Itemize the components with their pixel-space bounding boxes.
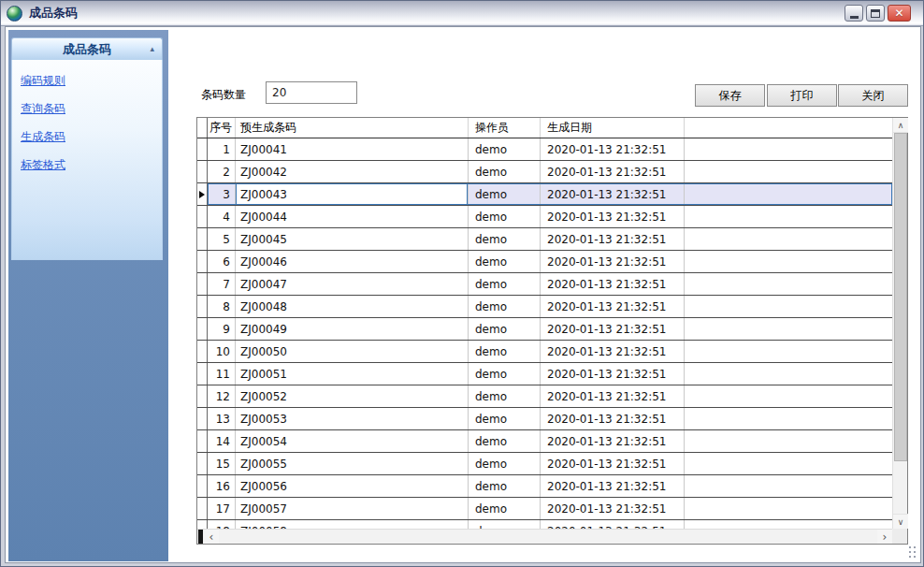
cell-barcode[interactable]: ZJ00046 (236, 251, 469, 272)
row-selector-cell[interactable] (197, 363, 208, 385)
sidebar-link[interactable]: 标签格式 (21, 157, 65, 172)
cell-barcode[interactable]: ZJ00042 (236, 161, 469, 182)
minimize-button[interactable] (845, 5, 863, 22)
table-row[interactable]: 4 ZJ00044 demo 2020-01-13 21:32:51 (197, 206, 892, 228)
table-row[interactable]: 13 ZJ00053 demo 2020-01-13 21:32:51 (197, 408, 892, 430)
sidebar-link[interactable]: 查询条码 (21, 101, 65, 116)
row-selector-cell[interactable] (197, 251, 208, 272)
cell-date: 2020-01-13 21:32:51 (541, 341, 685, 362)
save-button[interactable]: 保存 (695, 84, 765, 107)
cell-barcode[interactable]: ZJ00054 (236, 430, 469, 452)
table-row[interactable]: 7 ZJ00047 demo 2020-01-13 21:32:51 (197, 273, 892, 296)
cell-barcode[interactable]: ZJ00052 (236, 385, 469, 407)
cell-operator: demo (469, 520, 541, 529)
row-selector-cell[interactable] (197, 273, 208, 295)
scroll-down-button[interactable]: ∨ (893, 514, 908, 529)
row-selector-cell[interactable] (197, 408, 208, 429)
cell-barcode[interactable]: ZJ00058 (236, 520, 469, 529)
row-selector-cell[interactable] (197, 206, 208, 227)
cell-seq: 3 (208, 183, 236, 205)
cell-seq: 17 (208, 498, 236, 519)
table-row[interactable]: 15 ZJ00055 demo 2020-01-13 21:32:51 (197, 453, 892, 475)
cell-barcode[interactable]: ZJ00048 (236, 296, 469, 317)
sidebar-link-label: 查询条码 (21, 102, 65, 115)
cell-barcode[interactable]: ZJ00057 (236, 498, 469, 519)
table-row[interactable]: 12 ZJ00052 demo 2020-01-13 21:32:51 (197, 385, 892, 408)
cell-operator: demo (469, 430, 541, 452)
header-barcode[interactable]: 预生成条码 (236, 118, 469, 138)
table-row[interactable]: 8 ZJ00048 demo 2020-01-13 21:32:51 (197, 296, 892, 318)
sidebar-link[interactable]: 生成条码 (21, 129, 65, 144)
cell-barcode[interactable]: ZJ00056 (236, 475, 469, 497)
row-selector-cell[interactable] (197, 385, 208, 407)
cell-operator: demo (469, 453, 541, 474)
cell-operator: demo (469, 206, 541, 227)
cell-barcode[interactable]: ZJ00047 (236, 273, 469, 295)
row-selector-cell[interactable] (197, 341, 208, 362)
scroll-down-icon: ∨ (898, 517, 904, 527)
cell-barcode[interactable]: ZJ00045 (236, 228, 469, 250)
cell-barcode[interactable]: ZJ00050 (236, 341, 469, 362)
horizontal-scrollbar[interactable]: ‹ › (197, 529, 892, 544)
barcode-qty-input[interactable] (266, 81, 357, 104)
cell-barcode[interactable]: ZJ00053 (236, 408, 469, 429)
print-button[interactable]: 打印 (767, 84, 837, 107)
cell-seq: 8 (208, 296, 236, 317)
row-selector-cell[interactable] (197, 520, 208, 529)
table-row[interactable]: 1 ZJ00041 demo 2020-01-13 21:32:51 (197, 138, 892, 161)
current-row-pointer-icon (199, 191, 205, 198)
cell-filler (685, 206, 892, 227)
header-seq[interactable]: 序号 (208, 118, 236, 138)
cell-barcode[interactable]: ZJ00044 (236, 206, 469, 227)
table-row[interactable]: 11 ZJ00051 demo 2020-01-13 21:32:51 (197, 363, 892, 385)
table-row[interactable]: 9 ZJ00049 demo 2020-01-13 21:32:51 (197, 318, 892, 341)
cell-filler (685, 430, 892, 452)
table-body: 1 ZJ00041 demo 2020-01-13 21:32:51 2 ZJ0… (197, 138, 892, 529)
header-date[interactable]: 生成日期 (541, 118, 685, 138)
hscroll-grip[interactable] (198, 530, 203, 544)
sidebar-group-header[interactable]: 成品条码 ▴ (11, 37, 163, 60)
close-button[interactable]: 关闭 (838, 84, 908, 107)
row-selector-cell[interactable] (197, 453, 208, 474)
row-selector-cell[interactable] (197, 318, 208, 340)
row-selector-cell[interactable] (197, 498, 208, 519)
resize-grip-icon[interactable] (908, 545, 917, 560)
table-row[interactable]: 17 ZJ00057 demo 2020-01-13 21:32:51 (197, 498, 892, 520)
row-selector-cell[interactable] (197, 475, 208, 497)
scroll-up-button[interactable]: ∧ (893, 118, 908, 133)
cell-operator: demo (469, 183, 541, 205)
row-selector-cell[interactable] (197, 161, 208, 182)
sidebar-link[interactable]: 编码规则 (21, 73, 65, 88)
vertical-scrollbar[interactable]: ∧ ∨ (892, 118, 907, 529)
table-row[interactable]: 3 ZJ00043 demo 2020-01-13 21:32:51 (197, 183, 892, 206)
close-window-button[interactable]: ✕ (888, 5, 911, 22)
table-row[interactable]: 18 ZJ00058 demo 2020-01-13 21:32:51 (197, 520, 892, 529)
cell-barcode[interactable]: ZJ00043 (236, 183, 469, 205)
table-row[interactable]: 14 ZJ00054 demo 2020-01-13 21:32:51 (197, 430, 892, 453)
row-selector-cell[interactable] (197, 138, 208, 160)
cell-barcode[interactable]: ZJ00049 (236, 318, 469, 340)
maximize-button[interactable] (866, 5, 885, 22)
table-row[interactable]: 16 ZJ00056 demo 2020-01-13 21:32:51 (197, 475, 892, 498)
row-selector-cell[interactable] (197, 430, 208, 452)
scroll-right-button[interactable]: › (877, 530, 892, 544)
cell-seq: 2 (208, 161, 236, 182)
cell-seq: 11 (208, 363, 236, 385)
row-selector-cell[interactable] (197, 228, 208, 250)
cell-operator: demo (469, 228, 541, 250)
scroll-left-button[interactable]: ‹ (204, 530, 219, 544)
cell-barcode[interactable]: ZJ00041 (236, 138, 469, 160)
cell-operator: demo (469, 273, 541, 295)
table-row[interactable]: 5 ZJ00045 demo 2020-01-13 21:32:51 (197, 228, 892, 251)
cell-seq: 16 (208, 475, 236, 497)
row-selector-cell[interactable] (197, 296, 208, 317)
window-title: 成品条码 (29, 5, 78, 22)
cell-barcode[interactable]: ZJ00055 (236, 453, 469, 474)
header-operator[interactable]: 操作员 (469, 118, 541, 138)
table-row[interactable]: 6 ZJ00046 demo 2020-01-13 21:32:51 (197, 251, 892, 273)
table-row[interactable]: 10 ZJ00050 demo 2020-01-13 21:32:51 (197, 341, 892, 363)
row-selector-cell[interactable] (197, 183, 208, 205)
cell-barcode[interactable]: ZJ00051 (236, 363, 469, 385)
table-row[interactable]: 2 ZJ00042 demo 2020-01-13 21:32:51 (197, 161, 892, 183)
vertical-scrollbar-thumb[interactable] (894, 133, 907, 461)
